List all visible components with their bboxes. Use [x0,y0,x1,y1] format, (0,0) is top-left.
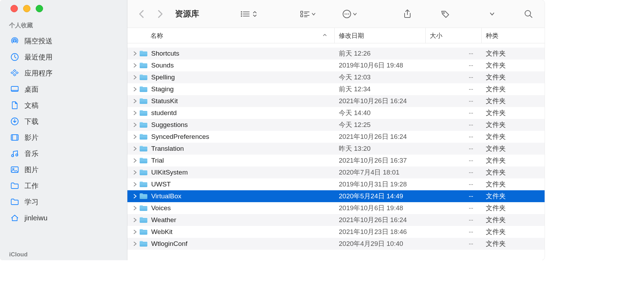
action-button[interactable] [342,8,358,20]
sidebar-item-desktop[interactable]: 桌面 [4,81,124,97]
sidebar-item-pictures[interactable]: 图片 [4,162,124,178]
sidebar-item-movies[interactable]: 影片 [4,129,124,146]
file-name: StatusKit [151,97,178,105]
file-date: 2019年10月6日 19:48 [335,204,426,213]
file-row[interactable]: Sounds2019年10月6日 19:48--文件夹 [127,59,545,71]
file-kind: 文件夹 [482,156,545,165]
file-row[interactable] [127,43,545,48]
column-header-name-label: 名称 [150,31,163,40]
disclosure-icon[interactable] [132,158,138,163]
folder-icon [139,217,148,224]
sidebar-item-music[interactable]: 音乐 [4,146,124,162]
file-row[interactable]: UIKitSystem2020年7月4日 18:01--文件夹 [127,166,545,178]
file-row[interactable]: Voices2019年10月6日 19:48--文件夹 [127,202,545,214]
file-row[interactable]: Spelling今天 12:03--文件夹 [127,71,545,83]
column-header-size[interactable]: 大小 [426,28,482,43]
file-size: -- [426,50,482,57]
folder-icon [139,205,148,212]
group-button[interactable] [300,8,316,20]
disclosure-icon[interactable] [132,217,138,223]
svg-point-22 [241,14,242,14]
sidebar-item-label: jinleiwu [24,214,48,222]
column-header-kind[interactable]: 种类 [482,28,545,43]
file-row[interactable]: UWST2019年10月31日 19:28--文件夹 [127,178,545,190]
file-list[interactable]: Shortcuts前天 12:26--文件夹Sounds2019年10月6日 1… [127,43,545,260]
airdrop-icon [10,36,20,46]
folder-icon [139,98,148,105]
disclosure-icon[interactable] [132,75,138,80]
disclosure-icon[interactable] [132,241,138,247]
file-date: 2019年10月6日 19:48 [335,61,426,70]
file-row[interactable]: Trial2021年10月26日 16:37--文件夹 [127,155,545,166]
disclosure-icon[interactable] [132,86,138,92]
minimize-button[interactable] [23,5,30,12]
sidebar-item-clock[interactable]: 最近使用 [4,49,124,65]
main-area: 资源库 [127,0,545,260]
sidebar-item-downloads[interactable]: 下载 [4,113,124,129]
column-header-name[interactable]: 名称 [127,28,335,43]
maximize-button[interactable] [36,5,43,12]
music-icon [10,149,20,158]
sidebar-item-documents[interactable]: 文稿 [4,97,124,113]
file-row[interactable]: Suggestions今天 12:25--文件夹 [127,119,545,131]
file-name-cell: SyncedPreferences [127,133,335,141]
sidebar-item-folder[interactable]: 工作 [4,178,124,194]
dropdown-button[interactable] [485,8,499,20]
disclosure-icon[interactable] [132,170,138,175]
file-name-cell: studentd [127,109,335,117]
disclosure-icon[interactable] [132,229,138,235]
file-name: Translation [151,145,184,152]
back-button[interactable] [136,9,146,19]
file-name: UWST [151,180,171,188]
forward-button[interactable] [155,9,165,19]
disclosure-icon[interactable] [132,51,138,56]
sidebar-item-airdrop[interactable]: 隔空投送 [4,33,124,49]
file-row[interactable]: Weather2021年10月26日 16:24--文件夹 [127,214,545,226]
tags-button[interactable] [438,8,452,20]
disclosure-icon[interactable] [132,205,138,211]
file-name: Staging [151,85,174,93]
sidebar-item-apps[interactable]: 应用程序 [4,65,124,81]
sidebar-item-home[interactable]: jinleiwu [4,210,124,226]
file-size: -- [426,228,482,236]
disclosure-icon[interactable] [132,146,138,151]
disclosure-icon[interactable] [132,122,138,128]
disclosure-icon[interactable] [132,134,138,140]
file-name-cell: Sounds [127,62,335,69]
column-header-date[interactable]: 修改日期 [335,28,426,43]
folder-icon [10,181,20,191]
sidebar-item-label: 学习 [24,197,38,207]
sidebar-item-folder[interactable]: 学习 [4,194,124,210]
sidebar-list: 隔空投送最近使用应用程序桌面文稿下载影片音乐图片工作学习jinleiwu [0,33,127,226]
file-kind: 文件夹 [482,168,545,177]
file-row[interactable]: SyncedPreferences2021年10月26日 16:24--文件夹 [127,131,545,143]
window-controls [0,5,127,21]
view-list-button[interactable] [241,8,258,20]
disclosure-icon[interactable] [132,63,138,68]
file-name: Voices [151,204,171,212]
disclosure-icon[interactable] [132,110,138,116]
sidebar-item-label: 文稿 [24,101,38,110]
search-button[interactable] [522,8,536,20]
sidebar: 个人收藏 隔空投送最近使用应用程序桌面文稿下载影片音乐图片工作学习jinleiw… [0,0,127,260]
file-date: 今天 12:03 [335,73,426,82]
file-row[interactable]: studentd今天 14:40--文件夹 [127,107,545,119]
file-row[interactable]: StatusKit2021年10月26日 16:24--文件夹 [127,95,545,107]
file-row[interactable]: Staging前天 12:34--文件夹 [127,83,545,95]
sidebar-item-label: 应用程序 [24,69,52,78]
file-row[interactable]: WebKit2021年10月23日 18:46--文件夹 [127,226,545,238]
file-row[interactable]: Translation昨天 13:20--文件夹 [127,143,545,155]
file-row[interactable]: VirtualBox2020年5月24日 14:49--文件夹 [127,190,545,202]
file-kind: 文件夹 [482,49,545,58]
close-button[interactable] [10,5,18,12]
file-row[interactable]: WtloginConf2020年4月29日 10:40--文件夹 [127,238,545,250]
file-name: Shortcuts [151,50,179,57]
disclosure-icon[interactable] [132,182,138,187]
disclosure-icon[interactable] [132,193,138,199]
file-kind: 文件夹 [482,239,545,248]
disclosure-icon[interactable] [132,98,138,104]
file-name: WebKit [151,228,173,236]
share-button[interactable] [400,8,414,20]
file-row[interactable]: Shortcuts前天 12:26--文件夹 [127,48,545,59]
folder-icon [139,145,148,152]
